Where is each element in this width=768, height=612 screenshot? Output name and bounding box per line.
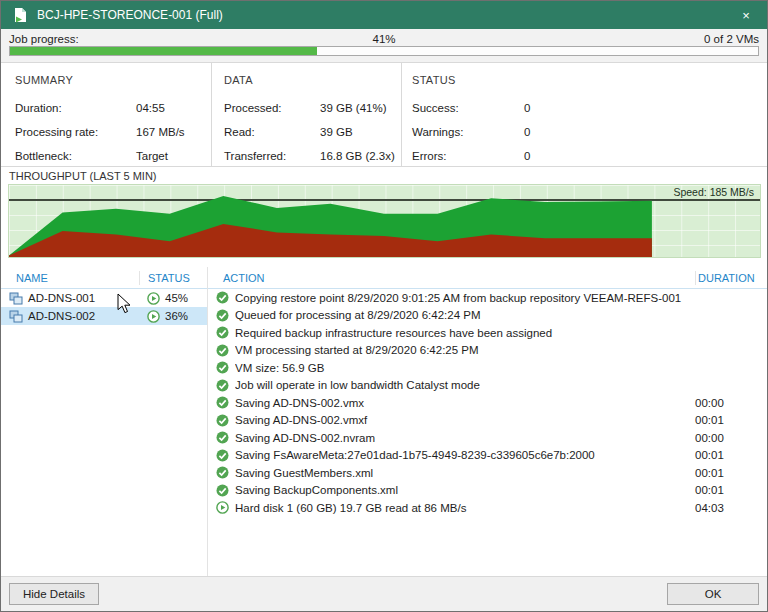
read-label: Read: — [224, 120, 320, 144]
window-title: BCJ-HPE-STOREONCE-001 (Full) — [37, 8, 223, 22]
throughput-area-series — [9, 185, 760, 257]
action-list: ACTION DURATION Copying restore point 8/… — [208, 267, 767, 576]
action-text: Saving FsAwareMeta:27e01dad-1b75-4949-82… — [235, 449, 695, 461]
success-label: Success: — [412, 96, 524, 120]
vm-row-ad-dns-002[interactable]: AD-DNS-00236% — [1, 307, 207, 325]
vm-row-ad-dns-001[interactable]: AD-DNS-00145% — [1, 289, 207, 307]
processing-rate-value: 167 MB/s — [136, 120, 185, 144]
action-row[interactable]: Hard disk 1 (60 GB) 19.7 GB read at 86 M… — [208, 499, 767, 517]
in-progress-play-icon — [216, 501, 229, 514]
action-duration: 04:03 — [695, 502, 767, 514]
action-text: Saving AD-DNS-002.nvram — [235, 432, 695, 444]
vm-status-percent: 45% — [165, 292, 188, 304]
action-text: Saving AD-DNS-002.vmx — [235, 397, 695, 409]
progress-bar — [9, 46, 759, 56]
action-row[interactable]: VM processing started at 8/29/2020 6:42:… — [208, 342, 767, 360]
vm-status-play-icon — [147, 310, 160, 323]
ok-button[interactable]: OK — [667, 583, 759, 605]
job-progress-label: Job progress: — [9, 33, 79, 45]
warnings-label: Warnings: — [412, 120, 524, 144]
footer: Hide Details OK — [1, 576, 767, 611]
status-panel: STATUS Success: 0 Warnings: 0 Errors: 0 — [401, 63, 767, 166]
column-header-name: NAME — [1, 272, 139, 284]
action-row[interactable]: Saving AD-DNS-002.nvram00:00 — [208, 429, 767, 447]
action-row[interactable]: Saving FsAwareMeta:27e01dad-1b75-4949-82… — [208, 447, 767, 465]
action-rows-container: Copying restore point 8/29/2020 9:01:25 … — [208, 289, 767, 517]
errors-value: 0 — [524, 144, 530, 168]
column-header-action: ACTION — [208, 272, 695, 284]
vm-rows-container: AD-DNS-00145%AD-DNS-00236% — [1, 289, 207, 325]
close-button[interactable]: × — [725, 1, 767, 29]
success-check-icon — [216, 326, 229, 339]
action-row[interactable]: VM size: 56.9 GB — [208, 359, 767, 377]
action-row[interactable]: Saving AD-DNS-002.vmx00:00 — [208, 394, 767, 412]
action-row[interactable]: Copying restore point 8/29/2020 9:01:25 … — [208, 289, 767, 307]
action-row[interactable]: Required backup infrastructure resources… — [208, 324, 767, 342]
action-text: Required backup infrastructure resources… — [235, 327, 695, 339]
success-check-icon — [216, 344, 229, 357]
action-row[interactable]: Saving GuestMembers.xml00:01 — [208, 464, 767, 482]
errors-label: Errors: — [412, 144, 524, 168]
status-heading: STATUS — [412, 74, 767, 86]
summary-duration-row: Duration: 04:55 — [15, 96, 211, 120]
action-list-header: ACTION DURATION — [208, 267, 767, 289]
action-text: Copying restore point 8/29/2020 9:01:25 … — [235, 292, 695, 304]
action-text: Saving AD-DNS-002.vmxf — [235, 414, 695, 426]
job-progress-dialog: BCJ-HPE-STOREONCE-001 (Full) × Job progr… — [0, 0, 768, 612]
action-text: VM processing started at 8/29/2020 6:42:… — [235, 344, 695, 356]
action-duration: 00:01 — [695, 414, 767, 426]
info-panel: SUMMARY Duration: 04:55 Processing rate:… — [1, 62, 767, 167]
duration-label: Duration: — [15, 96, 136, 120]
action-text: Saving GuestMembers.xml — [235, 467, 695, 479]
action-duration: 00:01 — [695, 484, 767, 496]
details-lists: NAME STATUS AD-DNS-00145%AD-DNS-00236% A… — [1, 267, 767, 576]
action-row[interactable]: Job will operate in low bandwidth Cataly… — [208, 377, 767, 395]
column-header-duration: DURATION — [695, 271, 767, 285]
status-errors-row: Errors: 0 — [412, 144, 767, 168]
summary-heading: SUMMARY — [15, 74, 211, 86]
action-row[interactable]: Saving AD-DNS-002.vmxf00:01 — [208, 412, 767, 430]
data-panel: DATA Processed: 39 GB (41%) Read: 39 GB … — [211, 63, 401, 166]
data-processed-row: Processed: 39 GB (41%) — [224, 96, 401, 120]
column-header-status: STATUS — [139, 271, 190, 285]
success-check-icon — [216, 484, 229, 497]
vm-status-percent: 36% — [165, 310, 188, 322]
titlebar: BCJ-HPE-STOREONCE-001 (Full) × — [1, 1, 767, 29]
throughput-chart: Speed: 185 MB/s — [8, 184, 761, 258]
summary-panel: SUMMARY Duration: 04:55 Processing rate:… — [1, 63, 211, 166]
transferred-value: 16.8 GB (2.3x) — [320, 144, 395, 168]
action-row[interactable]: Queued for processing at 8/29/2020 6:42:… — [208, 307, 767, 325]
vm-icon — [9, 292, 23, 305]
data-heading: DATA — [224, 74, 401, 86]
hide-details-button[interactable]: Hide Details — [9, 583, 99, 605]
vm-list-header: NAME STATUS — [1, 267, 207, 289]
vm-icon — [9, 310, 23, 323]
success-check-icon — [216, 361, 229, 374]
read-value: 39 GB — [320, 120, 353, 144]
success-check-icon — [216, 309, 229, 322]
warnings-value: 0 — [524, 120, 530, 144]
vm-name: AD-DNS-002 — [28, 310, 95, 322]
throughput-heading: THROUGHPUT (LAST 5 MIN) — [9, 170, 157, 182]
job-progress-percent: 41% — [372, 33, 395, 45]
action-text: VM size: 56.9 GB — [235, 362, 695, 374]
transferred-label: Transferred: — [224, 144, 320, 168]
action-text: Queued for processing at 8/29/2020 6:42:… — [235, 309, 695, 321]
summary-bottleneck-row: Bottleneck: Target — [15, 144, 211, 168]
summary-rate-row: Processing rate: 167 MB/s — [15, 120, 211, 144]
action-duration: 00:00 — [695, 397, 767, 409]
vm-status-play-icon — [147, 292, 160, 305]
data-transferred-row: Transferred: 16.8 GB (2.3x) — [224, 144, 401, 168]
processed-label: Processed: — [224, 96, 320, 120]
success-check-icon — [216, 291, 229, 304]
action-row[interactable]: Saving BackupComponents.xml00:01 — [208, 482, 767, 500]
progress-section: Job progress: 41% 0 of 2 VMs — [1, 29, 767, 62]
action-text: Saving BackupComponents.xml — [235, 484, 695, 496]
status-warnings-row: Warnings: 0 — [412, 120, 767, 144]
success-check-icon — [216, 414, 229, 427]
veeam-job-icon — [13, 7, 28, 23]
success-check-icon — [216, 431, 229, 444]
bottleneck-value: Target — [136, 144, 168, 168]
action-duration: 00:00 — [695, 432, 767, 444]
success-check-icon — [216, 466, 229, 479]
